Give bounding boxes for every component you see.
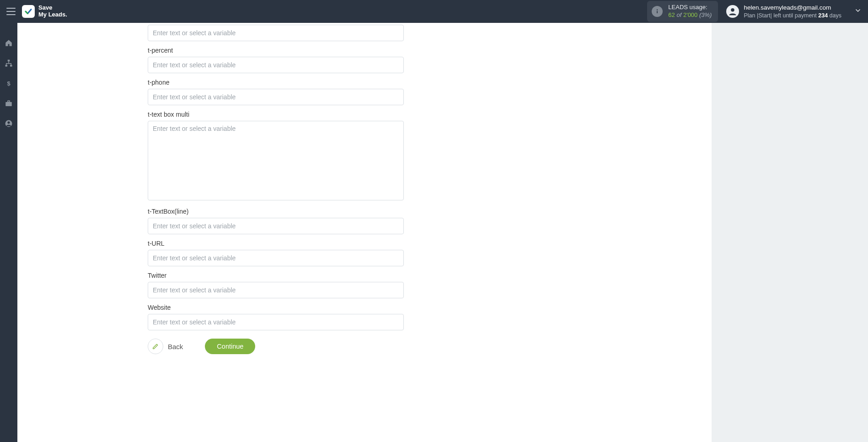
plan-name: Start xyxy=(758,12,770,19)
field-row: t-TextBox(line) xyxy=(148,208,404,234)
field-label: Twitter xyxy=(148,272,404,279)
svg-rect-6 xyxy=(10,65,12,67)
back-button[interactable]: Back xyxy=(148,339,183,354)
t-text-box-multi-input[interactable] xyxy=(148,121,404,200)
menu-toggle-icon[interactable] xyxy=(6,8,16,15)
plan-mid: | left until payment xyxy=(771,12,819,19)
t-url-input[interactable] xyxy=(148,250,404,266)
sidebar: $ xyxy=(0,23,17,442)
svg-point-11 xyxy=(7,121,10,124)
field-row: t-phone xyxy=(148,79,404,105)
usage-text: LEADS usage: 62 of 2'000 (3%) xyxy=(668,4,712,19)
plan-prefix: Plan | xyxy=(744,12,758,19)
field-label: t-URL xyxy=(148,240,404,247)
brand-line2: My Leads. xyxy=(38,11,67,18)
usage-value: 62 xyxy=(668,11,675,18)
svg-point-3 xyxy=(731,8,735,12)
field-label: t-phone xyxy=(148,79,404,86)
t-phone-input[interactable] xyxy=(148,89,404,105)
brand-logo[interactable]: Save My Leads. xyxy=(22,5,67,18)
field-label: t-TextBox(line) xyxy=(148,208,404,215)
field-row: Website xyxy=(148,304,404,330)
usage-box: LEADS usage: 62 of 2'000 (3%) xyxy=(647,1,718,22)
actions-row: Back Continue xyxy=(148,339,404,354)
plan-days-suffix: days xyxy=(828,12,841,19)
field-row: t-URL xyxy=(148,240,404,266)
briefcase-icon[interactable] xyxy=(4,99,13,108)
user-box[interactable]: helen.savemyleads@gmail.com Plan |Start|… xyxy=(726,4,841,19)
home-icon[interactable] xyxy=(4,38,13,48)
form-area: t-percent t-phone t-text box multi t-Tex… xyxy=(148,23,404,372)
website-input[interactable] xyxy=(148,314,404,330)
usage-limit: 2'000 xyxy=(683,11,697,18)
usage-label: LEADS usage: xyxy=(668,4,712,11)
svg-rect-8 xyxy=(5,102,12,106)
brand-line1: Save xyxy=(38,4,52,11)
user-icon[interactable] xyxy=(4,119,13,128)
plan-days-num: 234 xyxy=(818,12,828,19)
field-row: Twitter xyxy=(148,272,404,298)
twitter-input[interactable] xyxy=(148,282,404,298)
svg-point-2 xyxy=(657,9,658,10)
sitemap-icon[interactable] xyxy=(4,59,13,68)
brand-text: Save My Leads. xyxy=(38,5,67,18)
header: Save My Leads. LEADS usage: 62 of 2'000 … xyxy=(0,0,868,23)
user-email: helen.savemyleads@gmail.com xyxy=(744,4,841,12)
usage-pct: (3%) xyxy=(699,11,712,18)
svg-rect-5 xyxy=(5,65,8,67)
field-input-0[interactable] xyxy=(148,25,404,41)
dollar-icon[interactable]: $ xyxy=(4,79,13,88)
field-row: t-text box multi xyxy=(148,111,404,202)
page: t-percent t-phone t-text box multi t-Tex… xyxy=(17,23,868,442)
field-label: t-text box multi xyxy=(148,111,404,118)
svg-text:$: $ xyxy=(7,80,10,87)
form-card: t-percent t-phone t-text box multi t-Tex… xyxy=(17,23,712,442)
t-percent-input[interactable] xyxy=(148,57,404,73)
svg-rect-1 xyxy=(657,11,658,13)
user-text: helen.savemyleads@gmail.com Plan |Start|… xyxy=(744,4,841,19)
info-icon xyxy=(652,6,663,17)
checkmark-icon xyxy=(22,5,35,18)
t-textbox-line-input[interactable] xyxy=(148,218,404,234)
field-row: t-percent xyxy=(148,47,404,73)
chevron-down-icon[interactable] xyxy=(854,7,862,16)
usage-of: of xyxy=(676,11,681,18)
svg-rect-9 xyxy=(8,101,10,102)
pencil-icon xyxy=(148,339,163,354)
field-row xyxy=(148,25,404,41)
back-label: Back xyxy=(168,343,183,350)
field-label: t-percent xyxy=(148,47,404,54)
field-label: Website xyxy=(148,304,404,311)
continue-button[interactable]: Continue xyxy=(205,339,255,354)
svg-rect-4 xyxy=(8,60,10,62)
user-avatar-icon xyxy=(726,5,739,18)
